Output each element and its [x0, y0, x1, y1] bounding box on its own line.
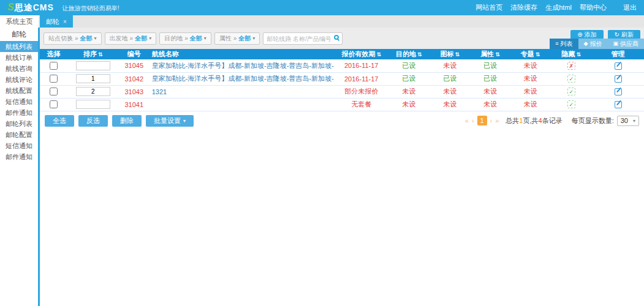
edit-icon[interactable]	[615, 62, 622, 70]
cell-name: 皇家加勒比-海洋水手号】成都-新加坡-吉隆坡-普吉岛-新加坡-成都 5晚6日游	[150, 59, 335, 72]
per-page-select[interactable]: 30 ▾	[617, 116, 639, 126]
table-header-row: 选择排序⇅编号航线名称报价有效期⇅目的地⇅图标⇅属性⇅专题⇅隐藏⇅管理	[40, 49, 644, 59]
cell-topic: 未设	[510, 85, 550, 98]
current-page[interactable]: 1	[477, 116, 487, 125]
row-checkbox[interactable]	[50, 62, 58, 70]
row-checkbox[interactable]	[50, 100, 58, 108]
sidebar-item[interactable]: 航线订单	[0, 52, 38, 63]
status-text: 已设	[483, 62, 497, 69]
sort-icon[interactable]: ⇅	[577, 51, 581, 58]
per-page-label: 每页显示数量:	[572, 116, 614, 125]
view-label: 供应商	[620, 40, 638, 48]
sort-icon[interactable]: ⇅	[536, 51, 540, 58]
search-input[interactable]	[263, 32, 343, 45]
tab-label: 邮轮	[46, 17, 59, 26]
view-button[interactable]: ≡列表	[550, 39, 578, 49]
hidden-cross-icon[interactable]: ✗	[567, 62, 575, 70]
column-header: 管理	[592, 49, 644, 59]
sidebar-item[interactable]: 邮轮配置	[0, 129, 38, 140]
next-page-button[interactable]: ›	[490, 117, 493, 124]
sidebar-item[interactable]: 航线列表	[0, 41, 38, 52]
filter-dropdown[interactable]: 属性»全部▾	[214, 32, 260, 45]
filter-separator: »	[75, 35, 78, 42]
batch-settings-button[interactable]: 批量设置 ▾	[146, 115, 194, 127]
sort-icon[interactable]: ⇅	[98, 51, 103, 58]
pagination-summary: 总共1页,共4条记录	[506, 116, 562, 125]
validity-text: 2016-11-17	[344, 75, 378, 83]
filter-dropdown[interactable]: 目的地»全部▾	[159, 32, 211, 45]
cell-destination: 未设	[388, 85, 429, 98]
filter-dropdown[interactable]: 出发地»全部▾	[105, 32, 157, 45]
cell-id: 31042	[119, 72, 150, 85]
filter-dropdown[interactable]: 站点切换»全部▾	[44, 32, 102, 45]
cell-name: 1321	[150, 85, 335, 98]
hidden-check-icon[interactable]: ✓	[567, 100, 575, 108]
edit-icon[interactable]	[615, 75, 622, 83]
cell-select	[40, 72, 67, 85]
prev-page-button[interactable]: ‹	[472, 117, 474, 124]
sidebar-item[interactable]: 航线配置	[0, 85, 38, 96]
last-page-button[interactable]: »	[495, 117, 499, 124]
search-icon[interactable]	[334, 35, 339, 40]
delete-button[interactable]: 删除	[112, 115, 142, 127]
row-checkbox[interactable]	[50, 75, 58, 83]
route-name-link[interactable]: 1321	[152, 88, 167, 95]
header-link[interactable]: 生成html	[545, 3, 572, 12]
column-label: 编号	[127, 50, 141, 58]
sort-input[interactable]	[76, 87, 110, 96]
sidebar-item[interactable]: 航线评论	[0, 74, 38, 85]
sort-icon[interactable]: ⇅	[495, 51, 500, 58]
logo: S 思途CMS 让旅游营销轻而易举!	[7, 2, 119, 13]
summary-prefix: 总共	[506, 117, 519, 124]
validity-text: 2016-11-17	[344, 62, 378, 69]
column-header: 排序⇅	[67, 49, 119, 59]
route-name-link[interactable]: 皇家加勒比-海洋水手号】成都-新加坡-吉隆坡-普吉岛-新加坡-成都 5晚6日游	[152, 75, 335, 82]
filter-separator: »	[233, 35, 237, 42]
hidden-check-icon[interactable]: ✓	[567, 75, 575, 83]
close-icon[interactable]: ×	[63, 18, 67, 25]
header-link[interactable]: 帮助中心	[580, 3, 607, 12]
search-box	[263, 32, 343, 45]
sort-input[interactable]	[76, 61, 110, 70]
filter-value: 全部	[238, 34, 251, 43]
refresh-button[interactable]: ↻ 刷新	[608, 30, 640, 39]
cell-select	[40, 85, 67, 98]
view-button[interactable]: ▣供应商	[607, 39, 644, 49]
cell-destination: 未设	[388, 98, 429, 111]
sidebar-item[interactable]: 航线咨询	[0, 63, 38, 74]
pencil-glyph	[616, 100, 621, 106]
tab-home[interactable]: 系统主页	[0, 15, 39, 28]
edit-icon[interactable]	[615, 101, 622, 108]
row-checkbox[interactable]	[50, 88, 58, 95]
add-button[interactable]: ⊕ 添加	[570, 30, 603, 39]
sort-input[interactable]	[76, 74, 110, 83]
sidebar-item[interactable]: 短信通知	[0, 96, 38, 107]
sort-input[interactable]	[76, 100, 110, 109]
status-text: 已设	[483, 75, 497, 82]
sidebar-item[interactable]: 邮轮列表	[0, 118, 38, 129]
hidden-check-icon[interactable]: ✓	[567, 88, 575, 95]
cell-icon: 未设	[430, 85, 471, 98]
route-name-link[interactable]: 皇家加勒比-海洋水手号】成都-新加坡-吉隆坡-普吉岛-新加坡-成都 5晚6日游	[152, 62, 335, 69]
sort-icon[interactable]: ⇅	[455, 51, 460, 58]
cell-hidden: ✗	[551, 59, 592, 72]
sidebar-item[interactable]: 短信通知	[0, 140, 38, 151]
view-button[interactable]: ◆报价	[578, 39, 608, 49]
first-page-button[interactable]: «	[465, 117, 469, 124]
edit-icon[interactable]	[615, 88, 622, 95]
refresh-label: 刷新	[621, 31, 634, 39]
header-link[interactable]: 网站首页	[475, 3, 502, 12]
header-link[interactable]: 退出	[623, 3, 637, 12]
sidebar-item[interactable]: 邮件通知	[0, 151, 38, 162]
sort-icon[interactable]: ⇅	[417, 51, 422, 58]
status-text: 已设	[402, 62, 415, 69]
cell-sort	[67, 59, 119, 72]
sort-icon[interactable]: ⇅	[376, 51, 381, 58]
sidebar-item[interactable]: 邮件通知	[0, 107, 38, 118]
tab-active[interactable]: 邮轮×	[40, 15, 73, 28]
invert-selection-button[interactable]: 反选	[78, 115, 108, 127]
filter-value: 全部	[135, 34, 147, 43]
filter-label: 属性	[219, 34, 232, 43]
select-all-button[interactable]: 全选	[45, 115, 74, 127]
header-link[interactable]: 清除缓存	[510, 3, 537, 12]
